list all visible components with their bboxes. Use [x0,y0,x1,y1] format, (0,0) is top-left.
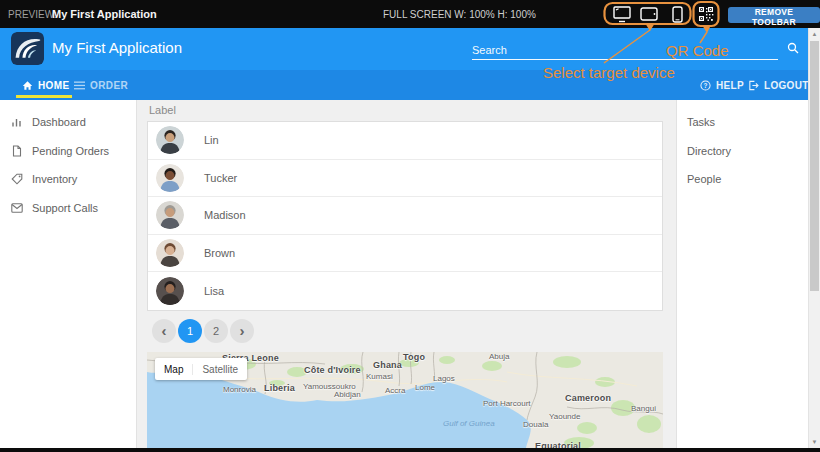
desktop-device-icon[interactable] [608,5,636,23]
page-next-button[interactable]: › [230,319,254,343]
tablet-device-icon[interactable] [635,5,663,23]
right-sidebar: Tasks Directory People [676,100,808,448]
home-icon [22,80,33,91]
scrollbar-thumb[interactable] [810,41,819,291]
map-label: Abuja [489,352,509,361]
left-sidebar: Dashboard Pending Orders Inventory Suppo… [0,100,137,448]
app-header: My First Application [0,28,808,70]
map-label: Bangui [631,404,656,413]
tab-home[interactable]: HOME [22,70,70,100]
pagination: ‹ 1 2 › [152,319,255,343]
sidebar-item-label: People [687,173,721,185]
bar-chart-icon [11,116,23,128]
person-name: Lin [204,134,219,146]
map-label: Liberia [264,383,295,393]
sidebar-item-support-calls[interactable]: Support Calls [0,194,136,222]
avatar [156,126,184,154]
envelope-icon [11,203,23,213]
tab-order[interactable]: ORDER [74,70,128,100]
map-type-control: Map Satellite [155,358,247,380]
vertical-scrollbar[interactable]: ▲ ▼ [808,28,820,448]
map-label: Ghana [373,360,402,370]
app-logo-wave-icon [11,32,44,65]
sidebar-item-pending-orders[interactable]: Pending Orders [0,137,136,165]
list-item-lisa[interactable]: Lisa [148,272,662,310]
map-label: Lagos [433,374,455,383]
hamburger-menu-icon [74,81,85,90]
person-name: Brown [204,247,235,259]
scrollbar-up-arrow-icon[interactable]: ▲ [809,28,820,40]
list-item-lin[interactable]: Lin [148,122,662,160]
page-2-button[interactable]: 2 [204,319,228,343]
map-widget[interactable]: Sierra LeoneMonroviaLiberiaCôte d'Ivoire… [147,352,663,448]
preview-label: PREVIEW: [8,9,57,20]
sidebar-item-tasks[interactable]: Tasks [677,108,808,136]
help-label: HELP [716,80,744,91]
map-label: Monrovia [223,385,256,394]
page-prev-button[interactable]: ‹ [152,319,176,343]
sidebar-item-label: Support Calls [32,202,98,214]
map-label: Accra [385,386,405,395]
person-name: Tucker [204,172,237,184]
fullscreen-size-text: FULL SCREEN W: 100% H: 100% [383,9,536,20]
list-item-madison[interactable]: Madison [148,197,662,235]
map-label: Togo [403,352,425,362]
scrollbar-down-arrow-icon[interactable]: ▼ [809,436,820,448]
page-1-button[interactable]: 1 [178,319,202,343]
tab-home-label: HOME [38,80,70,91]
sidebar-item-label: Dashboard [32,116,86,128]
sidebar-item-label: Tasks [687,116,715,128]
map-type-satellite-button[interactable]: Satellite [192,364,247,375]
map-label: Gulf of Guinea [443,419,495,428]
sidebar-item-label: Pending Orders [32,145,109,157]
list-item-brown[interactable]: Brown [148,235,662,273]
help-icon: ? [700,80,711,91]
sidebar-item-dashboard[interactable]: Dashboard [0,108,136,136]
people-list: Lin Tucker Madison Brown Lisa [147,121,663,311]
sidebar-item-directory[interactable]: Directory [677,137,808,165]
document-icon [11,145,23,157]
map-label: Douala [523,420,548,429]
map-label: Lome [415,383,435,392]
logout-icon [748,80,759,91]
search-icon[interactable] [787,42,799,54]
map-label: Cameroon [565,393,611,403]
svg-text:?: ? [703,81,707,88]
person-name: Lisa [204,285,224,297]
person-name: Madison [204,209,246,221]
map-type-map-button[interactable]: Map [155,364,192,375]
avatar [156,277,184,305]
bottom-edge-strip [0,448,820,452]
avatar [156,164,184,192]
sidebar-item-label: Inventory [32,173,77,185]
avatar [156,201,184,229]
map-label: Yaounde [549,412,580,421]
preview-app-title: My First Application [52,8,157,20]
app-title: My First Application [52,39,182,56]
logout-label: LOGOUT [764,80,809,91]
list-header: Label [149,104,176,116]
help-button[interactable]: ? HELP [700,70,744,100]
search-input[interactable] [472,40,778,60]
map-label: Port Harcourt [483,399,531,408]
map-label: Côte d'Ivoire [304,365,361,375]
list-item-tucker[interactable]: Tucker [148,160,662,198]
logout-button[interactable]: LOGOUT [748,70,809,100]
remove-toolbar-button[interactable]: REMOVE TOOLBAR [728,7,820,23]
map-label: Equatorial [535,441,581,448]
sidebar-item-inventory[interactable]: Inventory [0,165,136,193]
map-label: Abidjan [334,390,361,399]
phone-device-icon[interactable] [663,5,691,23]
tab-order-label: ORDER [90,80,128,91]
preview-toolbar: PREVIEW: My First Application FULL SCREE… [0,0,820,28]
tag-icon [11,173,23,185]
avatar [156,239,184,267]
sidebar-item-people[interactable]: People [677,165,808,193]
map-label: Kumasi [366,372,393,381]
app-nav-bar: HOME ORDER ? HELP LOGOUT [0,70,808,100]
qr-code-icon[interactable] [696,5,716,23]
sidebar-item-label: Directory [687,145,731,157]
